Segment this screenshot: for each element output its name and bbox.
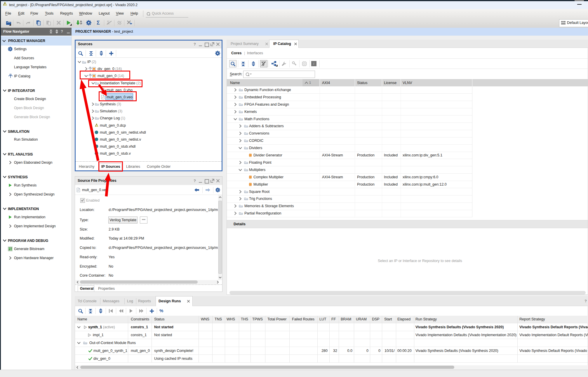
svg-text:10: 10 (80, 22, 82, 25)
svg-text:01: 01 (80, 20, 82, 22)
